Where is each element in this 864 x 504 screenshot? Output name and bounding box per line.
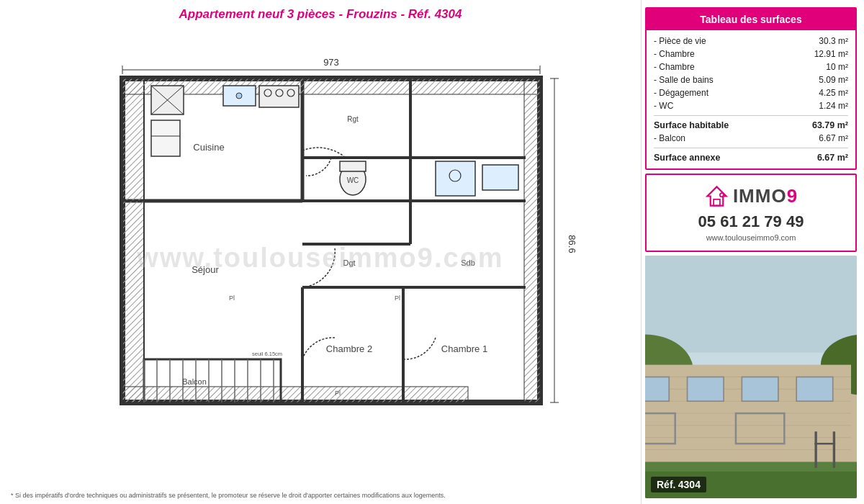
svg-rect-84: [688, 377, 724, 402]
immo9-brand-name: IMMO9: [733, 185, 798, 207]
surface-row-sdb: - Salle de bains 5.09 m²: [654, 73, 848, 86]
svg-text:Sdb: Sdb: [461, 258, 475, 267]
divider-habitable: [654, 115, 848, 116]
surface-row-wc: - WC 1.24 m²: [654, 99, 848, 112]
svg-text:Chambre 1: Chambre 1: [441, 343, 487, 354]
svg-point-69: [720, 193, 724, 197]
surface-row-habitable: Surface habitable 63.79 m²: [654, 119, 848, 132]
surface-value-piece-de-vie: 30.3 m²: [819, 36, 848, 46]
svg-rect-46: [151, 120, 180, 156]
svg-rect-51: [436, 161, 475, 196]
surface-row-dgt: - Dégagement 4.25 m²: [654, 86, 848, 99]
surface-label-sdb: - Salle de bains: [654, 75, 819, 85]
svg-text:Balcon: Balcon: [182, 377, 207, 386]
surface-label-annexe: Surface annexe: [654, 153, 817, 163]
surface-label-wc: - WC: [654, 101, 819, 111]
svg-rect-50: [482, 165, 518, 190]
svg-text:86.6: 86.6: [567, 235, 577, 253]
surfaces-table: - Pièce de vie 30.3 m² - Chambre 12.91 m…: [647, 30, 855, 168]
house-icon: [704, 184, 729, 209]
svg-rect-91: [814, 431, 816, 468]
svg-text:Chambre 2: Chambre 2: [326, 343, 372, 354]
svg-text:seuil 6.15cm: seuil 6.15cm: [252, 351, 282, 357]
property-svg: [645, 256, 857, 498]
svg-rect-49: [340, 161, 366, 171]
svg-rect-13: [122, 78, 540, 94]
svg-rect-85: [742, 377, 778, 402]
surfaces-header: Tableau des surfaces: [647, 9, 855, 30]
surface-row-piece-de-vie: - Pièce de vie 30.3 m²: [654, 35, 848, 48]
footer-note: * Si des impératifs d'ordre techniques o…: [11, 492, 630, 500]
surface-value-habitable: 63.79 m²: [812, 120, 848, 130]
svg-text:Rgt: Rgt: [347, 115, 359, 123]
surface-value-chambre1: 12.91 m²: [814, 49, 848, 59]
surface-label-chambre1: - Chambre: [654, 49, 814, 59]
surface-value-wc: 1.24 m²: [819, 101, 848, 111]
property-image: Réf. 4304: [645, 256, 857, 498]
surface-label-habitable: Surface habitable: [654, 120, 812, 130]
surface-value-dgt: 4.25 m²: [819, 88, 848, 98]
svg-text:Pl: Pl: [229, 294, 235, 302]
svg-rect-68: [714, 199, 720, 206]
surface-value-balcon: 6.67 m²: [819, 133, 848, 143]
svg-text:WC: WC: [347, 176, 359, 184]
surface-row-balcon: - Balcon 6.67 m²: [654, 132, 848, 145]
svg-text:Pl: Pl: [395, 294, 400, 302]
immo9-brand-number: 9: [787, 185, 798, 207]
surface-label-balcon: - Balcon: [654, 133, 819, 143]
svg-rect-12: [122, 201, 144, 402]
svg-point-42: [236, 93, 242, 99]
svg-text:Séjour: Séjour: [192, 264, 219, 275]
page-title: Appartement neuf 3 pièces - Frouzins - R…: [11, 7, 630, 22]
surface-value-annexe: 6.67 m²: [817, 153, 848, 163]
surface-row-annexe: Surface annexe 6.67 m²: [654, 151, 848, 164]
svg-rect-86: [796, 377, 833, 402]
floorplan-area: Appartement neuf 3 pièces - Frouzins - R…: [0, 0, 641, 504]
svg-rect-15: [122, 387, 468, 402]
immo9-section: IMMO9 05 61 21 79 49 www.toulouseimmo9.c…: [645, 174, 857, 252]
svg-rect-11: [122, 78, 144, 201]
floorplan-svg: 973 86.6: [50, 50, 590, 467]
surface-label-chambre2: - Chambre: [654, 62, 826, 72]
svg-rect-83: [645, 377, 669, 402]
ref-label: Réf.: [657, 479, 675, 490]
immo9-phone[interactable]: 05 61 21 79 49: [698, 212, 804, 231]
svg-rect-92: [833, 431, 835, 468]
surface-value-sdb: 5.09 m²: [819, 75, 848, 85]
svg-text:Dgt: Dgt: [343, 258, 355, 267]
divider-annexe: [654, 148, 848, 148]
floorplan-container: www.toulouseimmo9.com 973 86.6: [11, 27, 630, 489]
surface-label-piece-de-vie: - Pièce de vie: [654, 36, 819, 46]
immo9-logo: IMMO9: [704, 184, 798, 209]
property-image-section: Réf. 4304: [645, 256, 857, 498]
surfaces-section: Tableau des surfaces - Pièce de vie 30.3…: [645, 7, 857, 170]
svg-rect-14: [524, 78, 540, 402]
svg-text:Pl: Pl: [335, 390, 341, 397]
svg-text:973: 973: [323, 57, 339, 68]
main-container: Appartement neuf 3 pièces - Frouzins - R…: [0, 0, 864, 504]
property-ref-badge: Réf. 4304: [651, 477, 706, 492]
right-panel: Tableau des surfaces - Pièce de vie 30.3…: [641, 0, 864, 504]
surface-row-chambre2: - Chambre 10 m²: [654, 60, 848, 73]
surface-value-chambre2: 10 m²: [826, 62, 848, 72]
surface-label-dgt: - Dégagement: [654, 88, 819, 98]
svg-text:Cuisine: Cuisine: [193, 142, 224, 153]
surface-row-chambre1: - Chambre 12.91 m²: [654, 48, 848, 60]
ref-value: 4304: [678, 479, 701, 490]
immo9-website[interactable]: www.toulouseimmo9.com: [706, 233, 796, 242]
